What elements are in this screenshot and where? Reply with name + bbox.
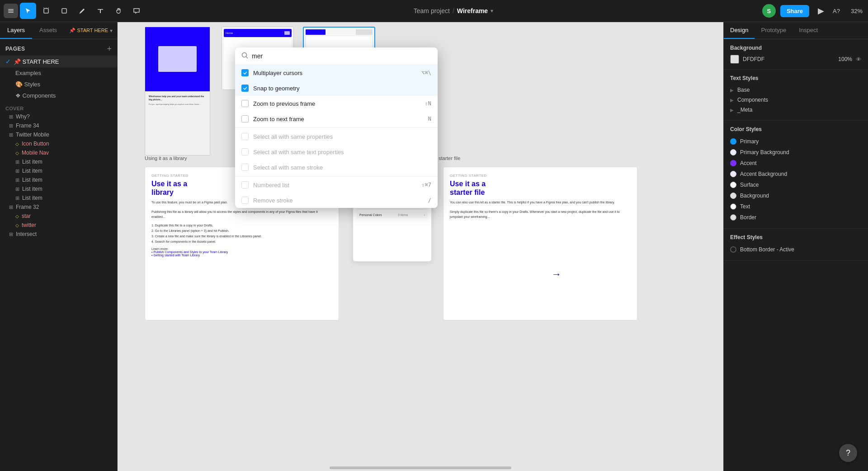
add-page-button[interactable]: +: [107, 45, 112, 53]
color-style-primary[interactable]: Primary: [730, 136, 862, 147]
checkbox-multiplayer[interactable]: [241, 69, 249, 76]
color-style-accent-bg[interactable]: Accent Background: [730, 169, 862, 179]
frame-icon: ⊞: [15, 168, 19, 174]
layer-list-item-4[interactable]: ⊞ List item: [6, 184, 117, 193]
layer-intersect[interactable]: ⊞ Intersect: [0, 230, 117, 239]
page-label: ❖ Components: [15, 92, 56, 99]
color-style-primary-bg[interactable]: Primary Background: [730, 147, 862, 158]
dropdown-item-zoom-prev[interactable]: Zoom to previous frame ⇧N: [235, 96, 438, 111]
visibility-toggle[interactable]: 👁: [856, 56, 862, 63]
color-style-border[interactable]: Border: [730, 212, 862, 223]
frame-tool[interactable]: [38, 3, 54, 19]
project-name[interactable]: Team project: [414, 7, 450, 14]
layer-why[interactable]: ⊞ Why?: [0, 112, 117, 121]
file-name[interactable]: Wireframe: [457, 7, 488, 14]
tab-design[interactable]: Design: [724, 22, 755, 39]
surface-label: Surface: [740, 182, 759, 188]
dropdown-item-left: Numbered list: [241, 181, 289, 188]
layer-label: Frame 32: [16, 204, 39, 210]
frame-card-left[interactable]: Wireframes help you and your team unders…: [145, 27, 210, 155]
color-style-text[interactable]: Text: [730, 201, 862, 212]
tab-assets[interactable]: Assets: [32, 22, 64, 39]
pencil-tool[interactable]: [74, 3, 90, 19]
start-here-chevron[interactable]: ▾: [110, 28, 113, 34]
help-button[interactable]: ?: [839, 444, 857, 462]
dropdown-item-left: Multiplayer cursors: [241, 69, 302, 76]
zoom-level[interactable]: 32%: [844, 8, 863, 14]
comment-tool[interactable]: [128, 3, 145, 19]
layer-list-item-1[interactable]: ⊞ List item: [6, 157, 117, 166]
hand-tool[interactable]: [110, 3, 127, 19]
topbar-right: S Share ▶ A? 32%: [762, 4, 868, 18]
page-item-start-here[interactable]: ✓ 📌 START HERE: [0, 56, 117, 67]
background-hex[interactable]: DFDFDF: [743, 56, 835, 62]
accessibility-button[interactable]: A?: [833, 8, 840, 14]
layer-frame34[interactable]: ⊞ Frame 34: [0, 121, 117, 130]
chevron-components: ▶: [730, 98, 734, 103]
tab-inspect[interactable]: Inspect: [793, 22, 824, 39]
checkbox-snap[interactable]: [241, 85, 249, 92]
move-tool[interactable]: [20, 3, 36, 19]
text-style-label-components: Components: [737, 97, 768, 103]
search-input[interactable]: [252, 52, 431, 60]
background-swatch[interactable]: [730, 55, 739, 64]
text-dot-el: [730, 203, 736, 210]
tab-layers[interactable]: Layers: [0, 22, 32, 39]
layer-icon-button[interactable]: ◇ Icon Button: [6, 139, 117, 148]
accent-bg-dot: [730, 171, 736, 177]
frame-icon: ⊞: [9, 204, 13, 210]
shape-tool[interactable]: [56, 3, 72, 19]
layer-label: star: [22, 213, 31, 219]
text-style-meta[interactable]: ▶ _Meta: [730, 105, 862, 115]
breadcrumb-sep: /: [453, 7, 454, 14]
layer-twitter[interactable]: ◇ twitter: [6, 221, 117, 230]
sidebar-tabs: Layers Assets 📌 START HERE ▾: [0, 22, 117, 39]
layer-star[interactable]: ◇ star: [6, 212, 117, 221]
filename-chevron[interactable]: ▾: [491, 8, 493, 14]
canvas-section-label-left: Using it as a library: [145, 155, 187, 161]
svg-rect-1: [8, 10, 14, 11]
text-style-base[interactable]: ▶ Base: [730, 85, 862, 95]
play-button[interactable]: ▶: [814, 4, 828, 18]
dropdown-item-multiplayer[interactable]: Multiplayer cursors ⌥⌘\: [235, 65, 438, 80]
layer-label: twitter: [22, 222, 36, 228]
dropdown-item-zoom-next[interactable]: Zoom to next frame N: [235, 111, 438, 127]
page-item-components[interactable]: ❖ Components: [0, 90, 117, 101]
search-input-row: [235, 47, 438, 65]
cover-section-label: Cover: [0, 103, 117, 112]
page-label: 🎨 Styles: [15, 81, 40, 88]
color-style-surface[interactable]: Surface: [730, 179, 862, 190]
layer-label: List item: [22, 168, 42, 174]
text-style-label-meta: _Meta: [737, 107, 752, 113]
menu-button[interactable]: [4, 4, 18, 18]
page-item-examples[interactable]: Examples: [0, 67, 117, 79]
color-style-background[interactable]: Background: [730, 190, 862, 201]
starter-card[interactable]: GETTING STARTED Use it as astarter file …: [443, 167, 637, 320]
frame-icon: ⊞: [15, 177, 19, 183]
dropdown-item-snap[interactable]: Snap to geometry: [235, 80, 438, 96]
checkbox-same-stroke: [241, 164, 249, 171]
item-label-zoom-prev: Zoom to previous frame: [253, 100, 315, 107]
share-button[interactable]: Share: [780, 5, 809, 17]
text-style-components[interactable]: ▶ Components: [730, 95, 862, 105]
primary-dot: [730, 138, 736, 145]
layer-twitter-mobile[interactable]: ⊞ Twitter Mobile: [0, 130, 117, 139]
layer-list-item-2[interactable]: ⊞ List item: [6, 166, 117, 175]
checkbox-zoom-next[interactable]: [241, 115, 249, 122]
dropdown-item-left: Snap to geometry: [241, 85, 300, 92]
accent-bg-label: Accent Background: [740, 171, 787, 177]
color-style-accent[interactable]: Accent: [730, 158, 862, 169]
layer-list-item-3[interactable]: ⊞ List item: [6, 175, 117, 184]
tab-prototype[interactable]: Prototype: [755, 22, 793, 39]
effect-bottom-border[interactable]: Bottom Border - Active: [730, 244, 862, 255]
background-label: Background: [740, 193, 769, 199]
page-item-styles[interactable]: 🎨 Styles: [0, 79, 117, 90]
background-opacity[interactable]: 100%: [838, 56, 852, 62]
checkbox-remove-stroke: [241, 197, 249, 204]
layer-mobile-nav[interactable]: ◇ Mobile Nav: [6, 148, 117, 157]
checkbox-zoom-prev[interactable]: [241, 100, 249, 107]
layer-list-item-5[interactable]: ⊞ List item: [6, 193, 117, 203]
text-tool[interactable]: [92, 3, 108, 19]
layer-frame32[interactable]: ⊞ Frame 32: [0, 203, 117, 212]
canvas-scrollbar[interactable]: [118, 466, 723, 470]
